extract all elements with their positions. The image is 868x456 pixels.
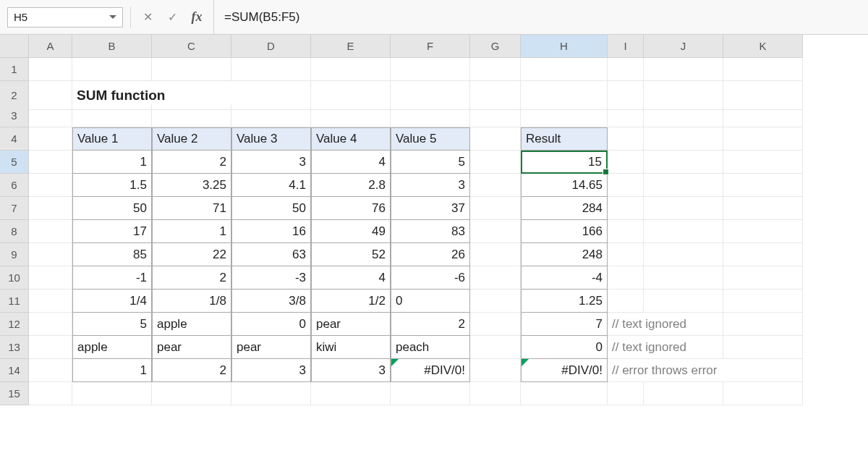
cancel-formula-icon[interactable]: ✕ (138, 8, 157, 27)
cell[interactable]: 1 (152, 220, 231, 243)
cell[interactable] (723, 197, 803, 220)
cell[interactable] (29, 290, 72, 313)
cell[interactable] (29, 127, 72, 151)
cell[interactable]: apple (152, 313, 231, 336)
cell[interactable] (470, 104, 521, 127)
chevron-down-icon[interactable] (109, 15, 116, 19)
row-header-14[interactable]: 14 (0, 359, 29, 382)
cell[interactable]: 2 (152, 151, 231, 174)
table-header[interactable]: Value 2 (152, 127, 231, 151)
row-header-6[interactable]: 6 (0, 174, 29, 197)
cell[interactable] (29, 359, 72, 382)
cell[interactable]: 248 (521, 243, 608, 266)
cell[interactable]: 0 (231, 313, 311, 336)
table-header[interactable]: Value 5 (391, 127, 470, 151)
cell[interactable] (470, 127, 521, 151)
col-header-H[interactable]: H (521, 35, 608, 58)
cell[interactable] (29, 197, 72, 220)
cell[interactable]: 1/2 (311, 290, 391, 313)
table-header[interactable]: Value 3 (231, 127, 311, 151)
cell[interactable]: 63 (231, 243, 311, 266)
cell[interactable]: 22 (152, 243, 231, 266)
cell[interactable] (311, 58, 391, 81)
cell[interactable]: -4 (521, 266, 608, 290)
cell[interactable] (391, 382, 470, 405)
cell[interactable]: kiwi (311, 336, 391, 359)
cell[interactable] (470, 336, 521, 359)
cell[interactable] (311, 104, 391, 127)
select-all-corner[interactable] (0, 35, 29, 58)
row-header-11[interactable]: 11 (0, 290, 29, 313)
col-header-F[interactable]: F (391, 35, 470, 58)
cell[interactable]: 3 (311, 359, 391, 382)
cell[interactable]: 50 (72, 197, 152, 220)
cell[interactable] (231, 382, 311, 405)
cell[interactable]: 52 (311, 243, 391, 266)
cell[interactable]: apple (72, 336, 152, 359)
col-header-C[interactable]: C (152, 35, 231, 58)
cell[interactable] (723, 151, 803, 174)
cell[interactable]: pear (231, 336, 311, 359)
row-header-9[interactable]: 9 (0, 243, 29, 266)
cell[interactable] (521, 104, 608, 127)
cell[interactable] (29, 58, 72, 81)
cell[interactable] (521, 58, 608, 81)
row-header-10[interactable]: 10 (0, 266, 29, 290)
cell[interactable]: 1.5 (72, 174, 152, 197)
cell[interactable] (644, 266, 723, 290)
cell[interactable] (608, 243, 644, 266)
cell[interactable] (723, 58, 803, 81)
cell[interactable] (470, 359, 521, 382)
cell[interactable]: 284 (521, 197, 608, 220)
cell[interactable]: 71 (152, 197, 231, 220)
col-header-I[interactable]: I (608, 35, 644, 58)
fx-icon[interactable]: fx (187, 8, 206, 27)
cell[interactable]: 4 (311, 266, 391, 290)
cell[interactable] (470, 266, 521, 290)
cell[interactable]: 0 (521, 336, 608, 359)
cell[interactable] (608, 290, 644, 313)
col-header-B[interactable]: B (72, 35, 152, 58)
cell[interactable]: peach (391, 336, 470, 359)
cell[interactable] (644, 243, 723, 266)
cell[interactable] (470, 382, 521, 405)
cell[interactable] (608, 151, 644, 174)
row-header-13[interactable]: 13 (0, 336, 29, 359)
cell[interactable] (152, 58, 231, 81)
cell[interactable]: pear (311, 313, 391, 336)
cell[interactable]: 5 (72, 313, 152, 336)
cell[interactable] (391, 104, 470, 127)
cell[interactable]: 85 (72, 243, 152, 266)
cell[interactable] (644, 127, 723, 151)
cell[interactable] (521, 382, 608, 405)
cell[interactable] (470, 58, 521, 81)
cell[interactable] (72, 58, 152, 81)
cell[interactable] (644, 382, 723, 405)
cell[interactable] (231, 58, 311, 81)
cell[interactable]: 76 (311, 197, 391, 220)
cell[interactable]: -1 (72, 266, 152, 290)
cell[interactable] (231, 104, 311, 127)
col-header-D[interactable]: D (231, 35, 311, 58)
table-header[interactable]: Value 4 (311, 127, 391, 151)
cell[interactable] (608, 220, 644, 243)
cell[interactable] (29, 266, 72, 290)
cell[interactable]: 3.25 (152, 174, 231, 197)
col-header-A[interactable]: A (29, 35, 72, 58)
cell[interactable]: pear (152, 336, 231, 359)
cell[interactable] (470, 151, 521, 174)
cell[interactable] (311, 382, 391, 405)
cell[interactable]: 16 (231, 220, 311, 243)
cell[interactable] (644, 174, 723, 197)
cell[interactable] (723, 290, 803, 313)
row-header-15[interactable]: 15 (0, 382, 29, 405)
cell[interactable]: 37 (391, 197, 470, 220)
cell[interactable] (470, 197, 521, 220)
row-header-5[interactable]: 5 (0, 151, 29, 174)
cell[interactable]: 4 (311, 151, 391, 174)
cell[interactable] (723, 127, 803, 151)
cell[interactable] (723, 382, 803, 405)
cell[interactable]: 50 (231, 197, 311, 220)
cell[interactable]: 3/8 (231, 290, 311, 313)
table-header[interactable]: Result (521, 127, 608, 151)
